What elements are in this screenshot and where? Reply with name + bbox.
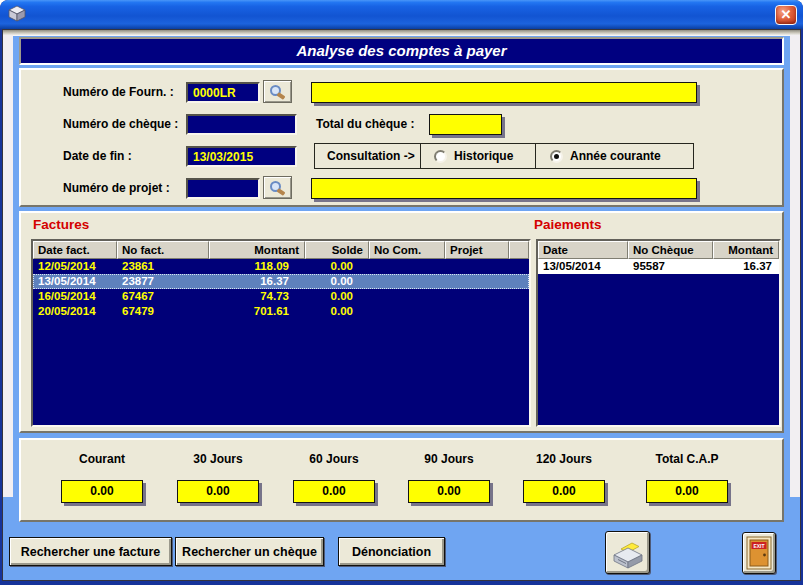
- table-cell: [509, 259, 529, 274]
- summary-label: 90 Jours: [388, 452, 510, 466]
- date-fin-label: Date de fin :: [63, 149, 132, 163]
- factures-header-row: Date fact. No fact. Montant Solde No Com…: [33, 241, 529, 259]
- form-panel: Numéro de Fourn. : Numéro de chèque : To…: [19, 68, 784, 207]
- summary-value-field: 0.00: [408, 480, 490, 503]
- table-cell: 701.61: [209, 304, 305, 319]
- radio-annee-courante-label: Année courante: [570, 149, 661, 163]
- summary-value-field: 0.00: [61, 480, 143, 503]
- print-button[interactable]: [605, 531, 650, 574]
- radio-annee-courante[interactable]: Année courante: [536, 149, 661, 163]
- frame-left-edge: [3, 35, 13, 497]
- table-cell: 23877: [117, 274, 209, 289]
- exit-button[interactable]: EXIT: [742, 532, 776, 574]
- table-cell: 0.00: [305, 259, 369, 274]
- search-cheque-button[interactable]: Rechercher un chèque: [175, 537, 324, 566]
- summary-value-field: 0.00: [293, 480, 375, 503]
- aging-summary-panel: Courant 0.00 30 Jours 0.00 60 Jours 0.00…: [19, 438, 784, 522]
- total-cheque-field: [429, 114, 502, 135]
- table-cell: [369, 304, 445, 319]
- summary-label: 120 Jours: [503, 452, 625, 466]
- search-invoice-button[interactable]: Rechercher une facture: [9, 537, 172, 566]
- fourn-lookup-button[interactable]: [263, 80, 292, 103]
- projet-input[interactable]: [186, 178, 260, 199]
- facture-row-selected[interactable]: 13/05/2014 23877 16.37 0.00: [33, 274, 529, 289]
- cheque-input[interactable]: [186, 114, 297, 135]
- facture-row[interactable]: 16/05/2014 67467 74.73 0.00: [33, 289, 529, 304]
- summary-90-jours: 90 Jours 0.00: [388, 440, 510, 520]
- table-cell: 23861: [117, 259, 209, 274]
- summary-value-field: 0.00: [523, 480, 605, 503]
- table-cell: 74.73: [209, 289, 305, 304]
- table-cell: 67479: [117, 304, 209, 319]
- column-header-projet[interactable]: Projet: [445, 241, 509, 259]
- column-header-montant[interactable]: Montant: [209, 241, 305, 259]
- column-header-no-fact[interactable]: No fact.: [117, 241, 209, 259]
- titlebar: ✕: [0, 0, 803, 29]
- table-cell: [445, 304, 509, 319]
- column-header-solde[interactable]: Solde: [305, 241, 369, 259]
- factures-table: Date fact. No fact. Montant Solde No Com…: [31, 239, 531, 427]
- summary-value-field: 0.00: [646, 480, 728, 503]
- column-header-stub: [509, 241, 529, 259]
- paiements-section-title: Paiements: [534, 217, 602, 232]
- column-header-montant[interactable]: Montant: [713, 241, 779, 259]
- column-header-no-com[interactable]: No Com.: [369, 241, 445, 259]
- close-icon: ✕: [781, 7, 792, 22]
- consultation-label: Consultation ->: [315, 149, 420, 163]
- table-cell: [369, 274, 445, 289]
- radio-button-selected-icon[interactable]: [550, 150, 563, 163]
- frame-top-edge: [3, 30, 800, 36]
- table-cell: 13/05/2014: [538, 259, 628, 274]
- window-icon: [7, 5, 27, 23]
- column-header-no-cheque[interactable]: No Chèque: [628, 241, 713, 259]
- radio-historique[interactable]: Historique: [421, 149, 535, 163]
- summary-30-jours: 30 Jours 0.00: [157, 440, 279, 520]
- table-cell: 12/05/2014: [33, 259, 117, 274]
- projet-name-field: [311, 178, 697, 199]
- summary-120-jours: 120 Jours 0.00: [503, 440, 625, 520]
- search-icon: [270, 181, 281, 192]
- summary-label: Total C.A.P: [626, 452, 748, 466]
- table-cell: 95587: [628, 259, 713, 274]
- table-cell: 118.09: [209, 259, 305, 274]
- total-cheque-label: Total du chèque :: [316, 117, 414, 131]
- paiement-row-selected[interactable]: 13/05/2014 95587 16.37: [538, 259, 779, 274]
- summary-60-jours: 60 Jours 0.00: [273, 440, 395, 520]
- summary-total-cap: Total C.A.P 0.00: [626, 440, 748, 520]
- table-cell: [509, 304, 529, 319]
- date-fin-input[interactable]: [186, 146, 297, 167]
- table-cell: 0.00: [305, 289, 369, 304]
- projet-lookup-button[interactable]: [263, 176, 292, 199]
- frame-right-edge: [790, 35, 800, 497]
- window-body: Analyse des comptes à payer Numéro de Fo…: [2, 29, 801, 581]
- radio-historique-label: Historique: [454, 149, 513, 163]
- facture-row[interactable]: 12/05/2014 23861 118.09 0.00: [33, 259, 529, 274]
- table-cell: 16.37: [209, 274, 305, 289]
- denonciation-button[interactable]: Dénonciation: [338, 537, 445, 566]
- close-button[interactable]: ✕: [775, 5, 797, 25]
- cheque-label: Numéro de chèque :: [63, 117, 178, 131]
- summary-label: 30 Jours: [157, 452, 279, 466]
- fourn-label: Numéro de Fourn. :: [63, 85, 174, 99]
- table-cell: [445, 274, 509, 289]
- fourn-name-field: [311, 82, 697, 103]
- radio-button-icon[interactable]: [434, 150, 447, 163]
- table-cell: 20/05/2014: [33, 304, 117, 319]
- paiements-header-row: Date No Chèque Montant: [538, 241, 779, 259]
- summary-value-field: 0.00: [177, 480, 259, 503]
- summary-label: Courant: [41, 452, 163, 466]
- page-title: Analyse des comptes à payer: [19, 37, 784, 65]
- table-cell: [445, 289, 509, 304]
- table-cell: [509, 274, 529, 289]
- table-cell: [369, 289, 445, 304]
- search-icon: [270, 85, 281, 96]
- column-header-date[interactable]: Date: [538, 241, 628, 259]
- facture-row[interactable]: 20/05/2014 67479 701.61 0.00: [33, 304, 529, 319]
- exit-door-icon: EXIT: [746, 536, 772, 570]
- fourn-input[interactable]: [186, 82, 260, 103]
- projet-label: Numéro de projet :: [63, 181, 170, 195]
- app-window: ✕ Analyse des comptes à payer Numéro de …: [0, 0, 803, 585]
- summary-label: 60 Jours: [273, 452, 395, 466]
- column-header-date-fact[interactable]: Date fact.: [33, 241, 117, 259]
- table-cell: [509, 289, 529, 304]
